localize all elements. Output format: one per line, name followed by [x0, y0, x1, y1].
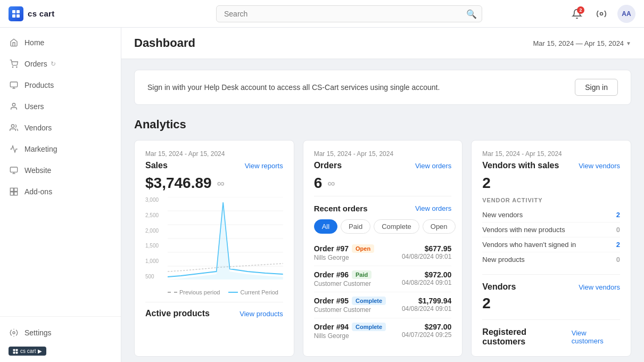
svg-rect-3 [16, 14, 20, 18]
date-range-selector[interactable]: Mar 15, 2024 — Apr 15, 2024 ▼ [533, 39, 631, 47]
sales-header: Sales View reports [145, 161, 283, 170]
svg-point-11 [11, 125, 14, 127]
activity-row-new-vendors: New vendors 2 [482, 208, 620, 223]
view-products-link[interactable]: View products [240, 310, 283, 318]
order-row-95: Order #95 Complete Customer Customer $1,… [314, 292, 452, 318]
main-content-area: Dashboard Mar 15, 2024 — Apr 15, 2024 ▼ … [121, 28, 644, 362]
orders-title: Orders [314, 161, 342, 170]
view-orders-link-recent[interactable]: View orders [415, 204, 451, 212]
date-range-text: Mar 15, 2024 — Apr 15, 2024 [533, 39, 624, 47]
not-signed-count: 2 [616, 241, 620, 249]
svg-marker-30 [168, 205, 283, 279]
svg-rect-7 [10, 82, 17, 87]
order-94-amount: $297.00 [402, 323, 451, 331]
sidebar-item-label: Add-ons [24, 187, 52, 196]
legend-prev: Previous period [168, 289, 220, 295]
svg-rect-1 [16, 10, 20, 13]
sidebar-item-label: Home [24, 38, 44, 47]
topbar-actions: 2 AA [568, 5, 635, 23]
notifications-icon[interactable]: 2 [568, 5, 585, 22]
avatar-button[interactable]: AA [617, 5, 635, 23]
view-vendors-link-2[interactable]: View vendors [579, 283, 620, 291]
home-icon [9, 37, 19, 48]
order-95-date: 04/08/2024 09:01 [402, 305, 451, 312]
order-96-num: Order #96 [314, 270, 349, 279]
search-input[interactable] [216, 5, 482, 22]
sidebar-item-label: Orders [24, 60, 47, 68]
marketing-icon [9, 144, 19, 154]
svg-rect-23 [16, 351, 18, 353]
filter-tabs: All Paid Complete Open [314, 219, 452, 234]
vendors-icon [9, 122, 19, 133]
view-customers-link[interactable]: View customers [572, 329, 620, 345]
infinity-icon: ∞ [217, 177, 225, 190]
order-row-94: Order #94 Complete Nills George $297.00 … [314, 318, 452, 344]
view-orders-link-top[interactable]: View orders [415, 162, 451, 170]
activity-row-new-products: New products 0 [482, 252, 620, 267]
svg-point-6 [16, 67, 17, 67]
sidebar-item-addons[interactable]: Add-ons [0, 181, 121, 202]
logo-text: cs cart [28, 9, 54, 18]
users-icon [9, 101, 19, 112]
logo-area: cs cart [9, 6, 130, 21]
tab-open[interactable]: Open [423, 219, 456, 234]
svg-rect-16 [14, 188, 18, 191]
sidebar-item-label: Website [24, 166, 51, 175]
vendors-card: Mar 15, 2024 - Apr 15, 2024 Vendors with… [471, 140, 631, 357]
settings-item[interactable]: Settings [9, 323, 112, 342]
view-reports-link[interactable]: View reports [245, 162, 283, 170]
vendors-section-header: Vendors View vendors [482, 282, 620, 292]
products-icon [9, 80, 19, 90]
new-products-count: 0 [616, 256, 620, 264]
vendors-with-sales-title: Vendors with sales [482, 161, 559, 170]
settings-icon [9, 327, 19, 338]
orders-refresh-icon: ↻ [51, 60, 56, 68]
vendors-count: 2 [482, 295, 620, 312]
sidebar-item-orders[interactable]: Orders ↻ [0, 53, 121, 75]
tab-complete[interactable]: Complete [374, 219, 419, 234]
tab-all[interactable]: All [314, 219, 337, 234]
sidebar-item-marketing[interactable]: Marketing [0, 138, 121, 160]
svg-point-4 [600, 12, 603, 15]
svg-rect-12 [10, 167, 17, 172]
addons-icon [9, 186, 19, 197]
registered-customers-section: Registered customers View customers [482, 319, 620, 347]
sidebar-item-home[interactable]: Home [0, 32, 121, 53]
search-container: 🔍 [216, 5, 482, 22]
svg-rect-22 [13, 351, 15, 353]
bell-icon[interactable] [593, 5, 610, 22]
tab-paid[interactable]: Paid [341, 219, 370, 234]
website-icon [9, 165, 19, 176]
sidebar-item-website[interactable]: Website [0, 160, 121, 181]
line-chart-svg [168, 197, 283, 279]
orders-period: Mar 15, 2024 - Apr 15, 2024 [314, 150, 452, 158]
chevron-down-icon: ▼ [626, 40, 631, 46]
order-97-amount: $677.95 [402, 244, 451, 253]
notification-badge: 2 [577, 6, 584, 14]
view-vendors-link[interactable]: View vendors [579, 162, 620, 170]
vendors-products-count: 0 [616, 226, 620, 234]
order-96-customer: Customer Customer [314, 280, 372, 287]
sidebar: Home Orders ↻ Products Users [0, 28, 121, 362]
svg-rect-15 [10, 188, 13, 191]
chart-yaxis: 3,000 2,500 2,000 1,500 1,000 500 [145, 197, 166, 279]
sidebar-item-users[interactable]: Users [0, 96, 121, 117]
sidebar-item-products[interactable]: Products [0, 75, 121, 96]
svg-point-5 [12, 67, 13, 67]
svg-rect-2 [12, 14, 15, 18]
order-97-date: 04/08/2024 09:01 [402, 253, 451, 260]
signin-button[interactable]: Sign in [575, 79, 618, 96]
order-95-num: Order #95 [314, 297, 349, 305]
legend-curr: Current Period [228, 289, 278, 295]
order-row-97: Order #97 Open Nills George $677.95 04/0… [314, 240, 452, 266]
svg-rect-21 [16, 349, 18, 351]
order-97-num: Order #97 [314, 244, 349, 253]
sales-value: $3,746.89 ∞ [145, 175, 283, 192]
recent-orders-title: Recent orders [314, 204, 368, 213]
orders-icon [9, 59, 19, 69]
sales-chart-container: 3,000 2,500 2,000 1,500 1,000 500 [145, 197, 283, 295]
sidebar-item-label: Users [24, 102, 44, 111]
vendors-period: Mar 15, 2024 - Apr 15, 2024 [482, 150, 620, 158]
sidebar-item-vendors[interactable]: Vendors [0, 117, 121, 138]
order-96-date: 04/08/2024 09:01 [402, 279, 451, 286]
